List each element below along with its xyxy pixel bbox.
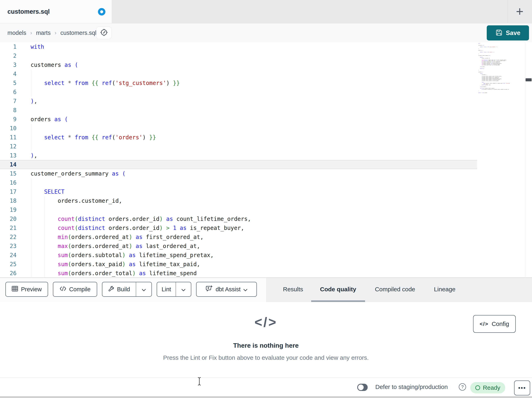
code-line[interactable]: 4 [0,69,532,78]
help-icon[interactable]: ? [459,383,466,391]
line-number: 4 [0,69,17,78]
line-number: 18 [0,196,17,205]
chevron-down-icon [181,286,185,293]
line-number: 23 [0,241,17,251]
minimap-divider [525,42,525,277]
compile-button-label: Compile [69,286,90,293]
code-line[interactable]: 9orders as ( [0,115,532,124]
split-divider [176,282,176,296]
code-line[interactable]: 20 count(distinct orders.order_id) as co… [0,214,532,223]
code-line-text: ), [31,151,38,160]
code-line[interactable]: 21 count(distinct orders.order_id) > 1 a… [0,223,532,233]
wrench-icon [108,286,114,293]
save-button[interactable]: Save [487,25,529,40]
line-number: 21 [0,223,17,233]
tab-compiled-code[interactable]: Compiled code [375,284,415,294]
code-brackets-icon [60,286,66,293]
code-line[interactable]: 2 [0,51,532,60]
editor-scrollbar-thumb[interactable] [526,78,532,81]
code-editor[interactable]: 1with23customers as (45 select * from {{… [0,42,532,277]
code-line[interactable]: 8 [0,106,532,115]
code-line[interactable]: 5 select * from {{ ref('stg_customers') … [0,78,532,88]
line-number: 6 [0,88,17,97]
preview-button[interactable]: Preview [6,282,48,297]
tab-code-quality[interactable]: Code quality [320,284,356,294]
lint-split-button: Lint [157,282,191,297]
code-line[interactable]: 19 [0,205,532,214]
code-line[interactable]: 15customer_orders_summary as ( [0,169,532,178]
code-line[interactable]: 26 sum(orders.order_total) as lifetime_s… [0,269,532,277]
lint-button[interactable]: Lint [157,286,176,293]
breadcrumb-marts[interactable]: marts [36,30,51,36]
ready-label: Ready [483,384,500,391]
more-options-button[interactable]: ••• [514,380,530,395]
line-number: 7 [0,97,17,106]
code-line[interactable]: 18 orders.customer_id, [0,196,532,205]
line-number: 9 [0,115,17,124]
assist-sparkle-chat-icon [206,285,213,294]
build-button-label: Build [117,286,130,293]
line-number: 14 [0,160,17,169]
tab-customers-sql[interactable]: customers.sql [0,0,112,23]
build-button[interactable]: Build [102,286,136,293]
code-line[interactable]: 16 [0,178,532,187]
breadcrumb: models › marts › customers.sql [7,23,96,42]
breadcrumb-customers-sql[interactable]: customers.sql [60,30,96,36]
mouse-text-cursor [197,377,202,386]
line-number: 13 [0,151,17,160]
save-button-label: Save [506,29,520,37]
build-dropdown-button[interactable] [136,286,152,293]
code-line[interactable]: 10 [0,124,532,133]
code-icon: </> [254,314,277,330]
code-line[interactable]: 23 max(orders.ordered_at) as last_ordere… [0,241,532,251]
new-tab-button[interactable]: + [510,2,530,20]
line-number: 5 [0,78,17,88]
build-split-button: Build [102,282,152,297]
breadcrumb-models[interactable]: models [7,30,26,36]
code-line[interactable]: 1with [0,42,532,51]
code-line[interactable]: 14 [0,160,477,169]
line-number: 17 [0,187,17,196]
tab-title: customers.sql [7,8,50,15]
code-line[interactable]: 11 select * from {{ ref('orders') }} [0,133,532,142]
empty-state-description: Press the Lint or Fix button above to ev… [163,354,369,361]
line-number: 25 [0,260,17,269]
code-line[interactable]: 7), [0,97,532,106]
compile-button[interactable]: Compile [53,282,97,297]
line-number: 11 [0,133,17,142]
empty-state-title: There is nothing here [233,342,298,349]
explore-lineage-button[interactable] [96,26,112,39]
config-button-label: Config [492,320,509,327]
ellipsis-icon: ••• [518,385,526,391]
code-line-text: sum(orders.tax_paid) as lifetime_tax_pai… [31,260,200,269]
line-number: 15 [0,169,17,178]
code-line[interactable]: 6 [0,88,532,97]
unsaved-changes-dot-icon [98,8,105,15]
dbt-assist-button[interactable]: dbt Assist [196,282,257,297]
config-button[interactable]: </> Config [473,315,516,333]
line-number: 12 [0,142,17,151]
indent-guide [31,205,31,214]
code-lines: 1with23customers as (45 select * from {{… [0,42,532,277]
minimap[interactable]: with customers as ( select * from {{ ref… [478,43,525,93]
chevron-right-icon: › [55,30,57,36]
code-line[interactable]: 12 [0,142,532,151]
code-line[interactable]: 3customers as ( [0,60,532,69]
code-line-text: sum(orders.order_total) as lifetime_spen… [31,269,197,277]
window-bottom-edge [0,396,532,398]
line-number: 20 [0,214,17,223]
code-line[interactable]: 25 sum(orders.tax_paid) as lifetime_tax_… [0,260,532,269]
lint-button-label: Lint [162,286,171,293]
lint-dropdown-button[interactable] [176,286,191,293]
code-line[interactable]: 17 SELECT [0,187,532,196]
code-line[interactable]: 22 min(orders.ordered_at) as first_order… [0,233,532,241]
tab-results[interactable]: Results [283,284,303,294]
code-line-text: min(orders.ordered_at) as first_ordered_… [31,233,203,241]
tab-lineage[interactable]: Lineage [434,284,456,294]
code-line[interactable]: 24 sum(orders.subtotal) as lifetime_spen… [0,251,532,260]
indent-guide [31,124,31,133]
code-line[interactable]: 13), [0,151,532,160]
indent-guide [31,142,31,151]
status-bar [0,378,532,396]
defer-toggle[interactable] [357,384,368,391]
